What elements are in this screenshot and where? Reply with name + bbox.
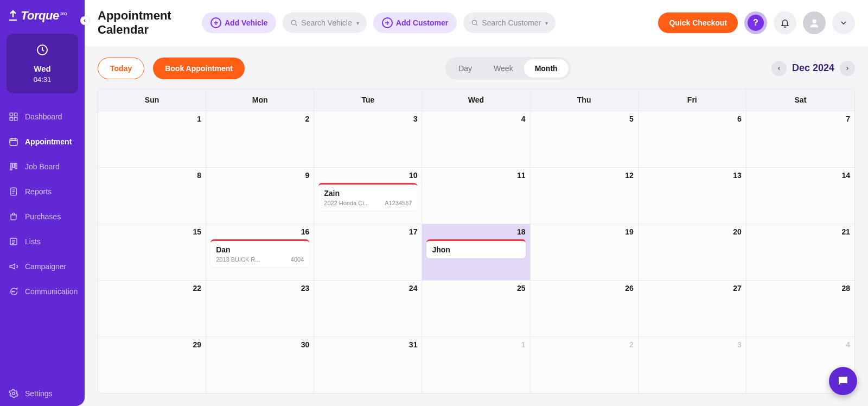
day-number: 18 [426, 227, 525, 236]
gear-icon [9, 389, 18, 398]
sidebar-item-communication[interactable]: Communication [0, 279, 85, 304]
calendar-cell[interactable]: 2 [206, 111, 314, 167]
event-code: A1234567 [385, 200, 412, 206]
sidebar-item-jobboard[interactable]: Job Board [0, 154, 85, 179]
svg-point-12 [14, 291, 15, 292]
calendar-cell[interactable]: 18Jhon [422, 224, 530, 280]
search-vehicle-placeholder: Search Vehicle [301, 18, 352, 27]
calendar-cell[interactable]: 15 [98, 224, 206, 280]
sidebar-item-dashboard[interactable]: Dashboard [0, 104, 85, 129]
calendar-cell[interactable]: 23 [206, 280, 314, 337]
calendar-cell[interactable]: 1 [98, 111, 206, 167]
calendar-cell[interactable]: 20 [639, 224, 746, 280]
appointment-event[interactable]: Dan2013 BUICK R...4004 [210, 239, 309, 267]
sidebar-item-campaigner[interactable]: Campaigner [0, 254, 85, 279]
search-vehicle-dropdown[interactable]: Search Vehicle ▾ [283, 12, 366, 33]
add-customer-button[interactable]: + Add Customer [373, 12, 457, 33]
svg-rect-5 [10, 139, 17, 145]
calendar-controls: Today Book Appointment Day Week Month De… [85, 46, 868, 88]
notifications-button[interactable] [774, 11, 796, 34]
nav-label: Reports [25, 187, 52, 196]
calendar-cell[interactable]: 28 [746, 280, 854, 337]
nav-label: Settings [25, 389, 53, 398]
sidebar-item-lists[interactable]: Lists [0, 229, 85, 254]
calendar-cell[interactable]: 7 [746, 111, 854, 167]
calendar-cell[interactable]: 17 [314, 224, 422, 280]
chevron-down-icon [839, 18, 848, 28]
calendar-cell[interactable]: 26 [531, 280, 639, 337]
help-button[interactable]: ? [744, 11, 767, 34]
calendar-cell[interactable]: 11 [422, 167, 530, 224]
page-title: Appointment Calendar [98, 9, 184, 37]
day-number: 31 [318, 340, 417, 349]
calendar-cell[interactable]: 31 [314, 337, 422, 393]
day-number: 6 [643, 115, 742, 123]
sidebar-item-reports[interactable]: Reports [0, 179, 85, 204]
next-month-button[interactable] [840, 61, 855, 76]
calendar-cell[interactable]: 4 [422, 111, 530, 167]
calendar-cell[interactable]: 5 [531, 111, 639, 167]
calendar-cell[interactable]: 24 [314, 280, 422, 337]
brand-logo[interactable]: Torque 360 [0, 0, 85, 27]
clock-time: 04:31 [13, 75, 72, 84]
sidebar-collapse-button[interactable] [80, 16, 89, 25]
calendar-cell[interactable]: 13 [639, 167, 746, 224]
prev-month-button[interactable] [771, 61, 787, 76]
calendar-cell[interactable]: 3 [314, 111, 422, 167]
calendar-cell[interactable]: 9 [206, 167, 314, 224]
sidebar-item-settings[interactable]: Settings [0, 381, 85, 406]
user-menu-dropdown[interactable] [832, 11, 855, 34]
calendar: Sun Mon Tue Wed Thu Fri Sat 12345678910Z… [98, 88, 855, 394]
calendar-cell[interactable]: 14 [746, 167, 854, 224]
nav-label: Dashboard [25, 112, 62, 121]
calendar-cell[interactable]: 25 [422, 280, 530, 337]
day-number: 3 [643, 340, 742, 349]
calendar-cell[interactable]: 30 [206, 337, 314, 393]
day-number: 4 [751, 340, 850, 349]
sidebar-item-purchases[interactable]: Purchases [0, 204, 85, 229]
search-customer-dropdown[interactable]: Search Customer ▾ [463, 12, 556, 33]
svg-rect-1 [10, 113, 12, 116]
day-number: 11 [426, 171, 525, 180]
svg-rect-4 [15, 118, 17, 120]
clock-day: Wed [13, 64, 72, 73]
calendar-cell[interactable]: 29 [98, 337, 206, 393]
today-button[interactable]: Today [98, 58, 144, 79]
day-number: 16 [210, 227, 309, 236]
calendar-cell[interactable]: 2 [531, 337, 639, 393]
view-week-tab[interactable]: Week [483, 59, 524, 78]
day-number: 27 [643, 284, 742, 293]
appointment-event[interactable]: Jhon [426, 239, 525, 258]
dow-sun: Sun [98, 89, 206, 111]
chat-fab-button[interactable] [829, 367, 857, 395]
day-number: 19 [535, 227, 634, 236]
nav-label: Lists [25, 237, 41, 246]
event-name: Zain [324, 189, 412, 198]
brand-sup: 360 [60, 11, 67, 16]
calendar-cell[interactable]: 19 [531, 224, 639, 280]
view-month-tab[interactable]: Month [524, 59, 569, 78]
calendar-cell[interactable]: 1 [422, 337, 530, 393]
calendar-cell[interactable]: 12 [531, 167, 639, 224]
bell-icon [780, 18, 790, 28]
event-vehicle: 2013 BUICK R... [216, 256, 260, 263]
book-appointment-button[interactable]: Book Appointment [153, 58, 245, 79]
day-number: 17 [318, 227, 417, 236]
user-avatar-button[interactable] [803, 11, 826, 34]
calendar-cell[interactable]: 10Zain2022 Honda Ci...A1234567 [314, 167, 422, 224]
appointment-event[interactable]: Zain2022 Honda Ci...A1234567 [318, 183, 417, 211]
calendar-cell[interactable]: 27 [639, 280, 746, 337]
chevron-down-icon: ▾ [356, 20, 359, 26]
calendar-cell[interactable]: 22 [98, 280, 206, 337]
day-number: 25 [426, 284, 525, 293]
sidebar-item-appointment[interactable]: Appointment [0, 129, 85, 154]
quick-checkout-button[interactable]: Quick Checkout [658, 12, 738, 33]
calendar-cell[interactable]: 21 [746, 224, 854, 280]
calendar-cell[interactable]: 8 [98, 167, 206, 224]
board-icon [9, 162, 18, 172]
calendar-cell[interactable]: 16Dan2013 BUICK R...4004 [206, 224, 314, 280]
calendar-cell[interactable]: 3 [639, 337, 746, 393]
view-day-tab[interactable]: Day [448, 59, 483, 78]
add-vehicle-button[interactable]: + Add Vehicle [202, 12, 276, 33]
calendar-cell[interactable]: 6 [639, 111, 746, 167]
